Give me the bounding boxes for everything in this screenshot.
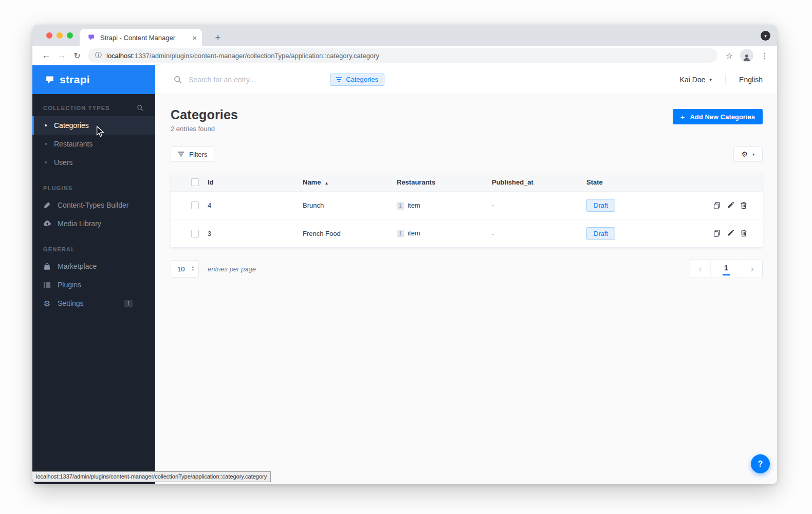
reload-icon[interactable]: ↻ — [69, 48, 85, 63]
entries-table: Id Name▲ Restaurants Published_at State — [171, 173, 763, 247]
filter-icon — [336, 77, 342, 82]
table-header-row: Id Name▲ Restaurants Published_at State — [171, 173, 763, 192]
table-settings-button[interactable]: ⚙ ▾ — [733, 146, 763, 162]
language-selector[interactable]: English — [739, 76, 763, 84]
browser-profile-avatar[interactable] — [740, 49, 753, 62]
sidebar-item-settings[interactable]: ⚙ Settings 1 — [32, 294, 155, 313]
table-row[interactable]: 3 French Food 1item - Draft — [171, 219, 763, 247]
edit-pencil-icon[interactable] — [727, 229, 734, 237]
sidebar: strapi COLLECTION TYPES Categories — [32, 65, 155, 484]
cell-published-at: - — [492, 230, 586, 237]
forward-icon[interactable]: → — [54, 48, 69, 63]
delete-trash-icon[interactable] — [740, 229, 747, 237]
url-bar[interactable]: ⓘ localhost:1337/admin/plugins/content-m… — [88, 48, 717, 63]
tab-close-icon[interactable]: × — [192, 34, 197, 42]
url-text: localhost:1337/admin/plugins/content-man… — [106, 52, 379, 60]
count-unit: item — [408, 229, 420, 237]
title-row: Categories 2 entries found + Add New Cat… — [171, 107, 763, 133]
browser-menu-icon[interactable]: ⋮ — [761, 51, 769, 61]
current-page[interactable]: 1 — [711, 260, 742, 278]
controls-row: Filters ⚙ ▾ — [171, 146, 763, 162]
per-page-select[interactable]: 10 ▲ ▼ — [171, 260, 199, 278]
sidebar-item-media-library[interactable]: Media Library — [32, 214, 155, 233]
page-info-icon[interactable]: ⓘ — [95, 51, 102, 60]
section-head-plugins: PLUGINS — [32, 185, 155, 196]
select-all-checkbox[interactable] — [191, 178, 199, 186]
column-header-id[interactable]: Id — [208, 178, 303, 186]
row-actions — [697, 201, 763, 210]
user-name: Kai Doe — [680, 76, 706, 84]
browser-toolbar: ← → ↻ ⓘ localhost:1337/admin/plugins/con… — [32, 46, 777, 65]
row-checkbox[interactable] — [191, 201, 199, 209]
header-checkbox-cell — [171, 178, 208, 186]
sidebar-item-content-types-builder[interactable]: Content-Types Builder — [32, 196, 155, 214]
cell-id: 4 — [208, 201, 303, 209]
table-footer: 10 ▲ ▼ entries per page ‹ 1 › — [171, 260, 763, 278]
minimize-window-button[interactable] — [57, 32, 63, 39]
cell-state: Draft — [586, 227, 697, 240]
duplicate-icon[interactable] — [713, 201, 721, 210]
section-collection-types: COLLECTION TYPES Categories Restaurants — [32, 104, 155, 172]
header-search-zone: Categories — [155, 74, 394, 86]
back-icon[interactable]: ← — [39, 48, 54, 63]
sidebar-item-restaurants[interactable]: Restaurants — [32, 135, 155, 153]
filters-label: Filters — [189, 151, 207, 158]
row-checkbox[interactable] — [191, 230, 199, 237]
prev-page-button[interactable]: ‹ — [690, 260, 711, 278]
cell-state: Draft — [586, 199, 697, 212]
content: Categories 2 entries found + Add New Cat… — [155, 94, 777, 484]
bullet-icon — [45, 124, 47, 126]
sidebar-item-label: Marketplace — [58, 262, 97, 270]
column-header-name[interactable]: Name▲ — [303, 178, 397, 186]
add-new-categories-button[interactable]: + Add New Categories — [673, 109, 763, 124]
collection-filter-chip[interactable]: Categories — [330, 74, 384, 86]
delete-trash-icon[interactable] — [740, 201, 747, 209]
per-page-value: 10 — [177, 265, 191, 273]
table-row[interactable]: 4 Brunch 1item - Draft — [171, 192, 763, 219]
strapi-logo[interactable]: strapi — [32, 65, 155, 94]
count-badge: 1 — [397, 230, 404, 237]
tab-search-button[interactable]: ▾ — [761, 31, 770, 41]
search-input[interactable] — [189, 76, 330, 84]
cell-name: French Food — [303, 230, 397, 237]
paintbrush-icon — [43, 201, 51, 209]
bullet-icon — [45, 143, 47, 145]
sidebar-item-plugins[interactable]: Plugins — [32, 276, 155, 294]
browser-window: Strapi - Content Manager × + ▾ ← → ↻ ⓘ l… — [32, 25, 777, 484]
column-header-restaurants[interactable]: Restaurants — [397, 178, 492, 186]
column-header-published-at[interactable]: Published_at — [492, 178, 586, 186]
strapi-admin: strapi COLLECTION TYPES Categories — [32, 65, 777, 484]
close-window-button[interactable] — [46, 32, 52, 39]
search-icon[interactable] — [137, 104, 144, 112]
edit-pencil-icon[interactable] — [727, 201, 734, 209]
section-label: GENERAL — [43, 246, 144, 252]
filters-button[interactable]: Filters — [171, 146, 214, 162]
section-plugins: PLUGINS Content-Types Builder — [32, 185, 155, 233]
state-badge: Draft — [586, 199, 615, 212]
row-checkbox-cell — [171, 201, 208, 209]
section-general: GENERAL Marketplace — [32, 246, 155, 313]
browser-tab[interactable]: Strapi - Content Manager × — [80, 29, 202, 46]
zoom-window-button[interactable] — [67, 32, 73, 39]
sidebar-item-marketplace[interactable]: Marketplace — [32, 257, 155, 276]
url-host: localhost — [106, 52, 133, 60]
tab-title: Strapi - Content Manager — [100, 34, 188, 42]
bookmark-star-icon[interactable]: ☆ — [726, 51, 733, 61]
sidebar-item-categories[interactable]: Categories — [32, 116, 155, 135]
help-button[interactable]: ? — [751, 454, 770, 473]
sidebar-nav: COLLECTION TYPES Categories Restaurants — [32, 94, 155, 313]
new-tab-button[interactable]: + — [209, 29, 227, 46]
section-label: COLLECTION TYPES — [43, 105, 137, 111]
next-page-button[interactable]: › — [742, 260, 762, 278]
column-header-state[interactable]: State — [586, 178, 697, 186]
cloud-upload-icon — [43, 219, 51, 228]
header-right: Kai Doe ▾ English — [680, 74, 777, 85]
stepper-down-icon[interactable]: ▼ — [191, 269, 194, 271]
duplicate-icon[interactable] — [713, 229, 721, 237]
sidebar-item-users[interactable]: Users — [32, 153, 155, 172]
user-menu[interactable]: Kai Doe ▾ — [680, 76, 712, 84]
cell-published-at: - — [492, 201, 586, 209]
plus-icon: + — [680, 113, 685, 121]
sidebar-item-label: Content-Types Builder — [58, 201, 129, 209]
list-icon — [43, 281, 51, 289]
